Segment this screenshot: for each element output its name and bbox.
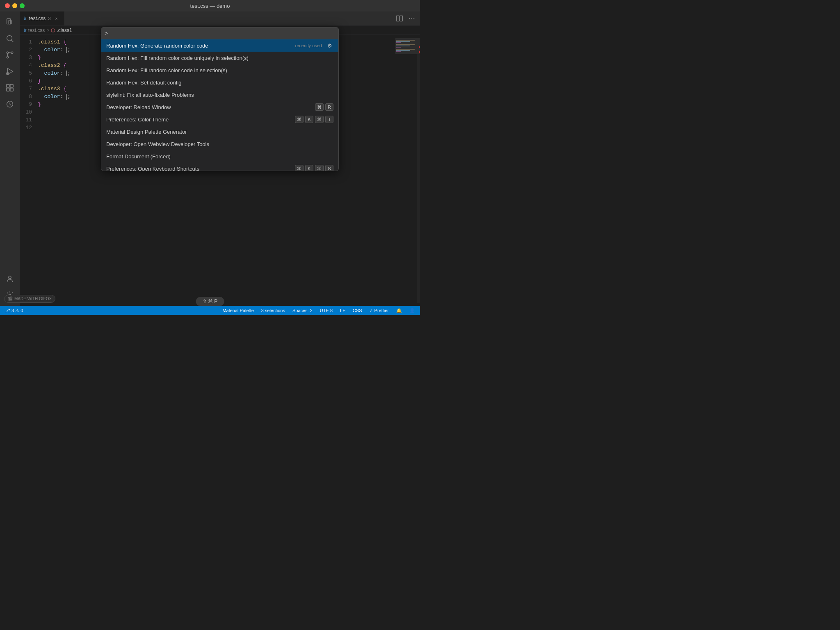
- explorer-icon[interactable]: [2, 15, 17, 30]
- warning-count: 0: [21, 308, 23, 313]
- formatter-label: ✓ Prettier: [369, 308, 389, 313]
- command-item[interactable]: Random Hex: Set default config: [101, 76, 338, 89]
- plugin-label-item[interactable]: Material Palette: [221, 308, 255, 313]
- command-item[interactable]: stylelint: Fix all auto-fixable Problems: [101, 89, 338, 101]
- extensions-icon[interactable]: [2, 80, 17, 95]
- command-item[interactable]: Material Design Palette Generator: [101, 126, 338, 138]
- notification-bell-icon: 🔔: [396, 308, 402, 313]
- command-palette: Random Hex: Generate random color codere…: [101, 27, 339, 171]
- kbd-key: K: [305, 116, 313, 123]
- status-bar-left: ⎇ 3 ⚠ 0: [3, 308, 25, 313]
- svg-point-4: [7, 52, 9, 54]
- command-item[interactable]: Random Hex: Fill random color code in se…: [101, 64, 338, 76]
- svg-rect-1: [9, 20, 11, 24]
- svg-point-5: [7, 56, 9, 58]
- kbd-key: R: [325, 103, 333, 111]
- svg-rect-9: [7, 84, 9, 87]
- kbd-key: S: [325, 165, 333, 171]
- command-item[interactable]: Random Hex: Fill random color code uniqu…: [101, 52, 338, 64]
- svg-marker-7: [8, 68, 13, 75]
- svg-rect-11: [7, 88, 9, 91]
- spaces-item[interactable]: Spaces: 2: [291, 308, 314, 313]
- source-control-icon[interactable]: [2, 48, 17, 62]
- window-title: test.css — demo: [190, 3, 230, 9]
- kbd-key: ⌘: [295, 165, 304, 171]
- maximize-button[interactable]: [20, 3, 25, 8]
- command-item-label: Random Hex: Set default config: [106, 80, 182, 86]
- command-item[interactable]: Random Hex: Generate random color codere…: [101, 39, 338, 52]
- line-ending-item[interactable]: LF: [338, 308, 347, 313]
- search-icon[interactable]: [2, 31, 17, 46]
- notification-item[interactable]: 🔔: [395, 308, 404, 313]
- minimize-button[interactable]: [12, 3, 17, 8]
- encoding-item[interactable]: UTF-8: [318, 308, 334, 313]
- recently-used-badge: recently used: [295, 43, 322, 48]
- app-container: # test.css 3 ×: [0, 11, 420, 306]
- plugin-label: Material Palette: [222, 308, 253, 313]
- svg-point-14: [9, 276, 11, 278]
- line-ending-label: LF: [340, 308, 345, 313]
- account-status-item[interactable]: 👤: [408, 308, 417, 313]
- svg-rect-10: [10, 84, 13, 87]
- formatter-item[interactable]: ✓ Prettier: [368, 308, 390, 313]
- account-status-icon: 👤: [409, 308, 415, 313]
- updates-icon[interactable]: [2, 97, 17, 112]
- command-item-label: Random Hex: Generate random color code: [106, 43, 208, 49]
- kbd-key: ⌘: [315, 116, 324, 123]
- close-button[interactable]: [5, 3, 10, 8]
- svg-rect-12: [10, 88, 13, 91]
- command-item-label: Developer: Open Webview Developer Tools: [106, 141, 209, 147]
- command-input-wrapper: [101, 27, 338, 39]
- command-item-label: Material Design Palette Generator: [106, 129, 187, 135]
- kbd-key: T: [325, 116, 333, 123]
- command-item-label: Developer: Reload Window: [106, 104, 171, 110]
- status-bar: ⎇ 3 ⚠ 0 Material Palette 3 selections Sp…: [0, 306, 420, 315]
- kbd-key: ⌘: [315, 165, 324, 171]
- command-item-label: Preferences: Open Keyboard Shortcuts: [106, 166, 199, 171]
- command-item-label: Random Hex: Fill random color code in se…: [106, 67, 227, 73]
- selections-label: 3 selections: [261, 308, 285, 313]
- command-item[interactable]: Developer: Reload Window⌘R: [101, 101, 338, 113]
- git-branch-item[interactable]: ⎇ 3 ⚠ 0: [3, 308, 25, 313]
- command-item[interactable]: Developer: Open Webview Developer Tools: [101, 138, 338, 150]
- command-item-label: Preferences: Color Theme: [106, 116, 169, 123]
- traffic-lights: [5, 3, 25, 8]
- command-item[interactable]: Preferences: Color Theme⌘K⌘T: [101, 113, 338, 126]
- command-item[interactable]: Preferences: Open Keyboard Shortcuts⌘K⌘S: [101, 162, 338, 171]
- git-icon: ⎇: [5, 308, 10, 313]
- command-list: Random Hex: Generate random color codere…: [101, 39, 338, 171]
- command-item[interactable]: Format Document (Forced): [101, 150, 338, 162]
- activity-bar: [0, 11, 20, 306]
- command-item-label: Random Hex: Fill random color code uniqu…: [106, 55, 249, 61]
- gifox-icon: 🎬: [8, 297, 13, 301]
- command-input[interactable]: [105, 30, 335, 37]
- svg-line-3: [11, 40, 14, 42]
- kbd-key: ⌘: [295, 116, 304, 123]
- language-label: CSS: [353, 308, 362, 313]
- command-palette-overlay: Random Hex: Generate random color codere…: [20, 11, 420, 306]
- editor-area: # test.css 3 ×: [20, 11, 420, 306]
- command-item-label: Format Document (Forced): [106, 153, 171, 160]
- kbd-key: ⌘: [315, 103, 324, 111]
- account-icon[interactable]: [2, 272, 17, 286]
- warning-icon: ⚠: [15, 308, 19, 313]
- spaces-label: Spaces: 2: [292, 308, 313, 313]
- status-bar-right: Material Palette 3 selections Spaces: 2 …: [221, 308, 417, 313]
- selections-item[interactable]: 3 selections: [260, 308, 287, 313]
- encoding-label: UTF-8: [320, 308, 333, 313]
- kbd-key: K: [305, 165, 313, 171]
- language-item[interactable]: CSS: [351, 308, 364, 313]
- command-item-settings-icon[interactable]: ⚙: [326, 42, 333, 49]
- run-icon[interactable]: [2, 64, 17, 79]
- title-bar: test.css — demo: [0, 0, 420, 11]
- error-count: 3: [11, 308, 14, 313]
- command-item-label: stylelint: Fix all auto-fixable Problems: [106, 92, 194, 98]
